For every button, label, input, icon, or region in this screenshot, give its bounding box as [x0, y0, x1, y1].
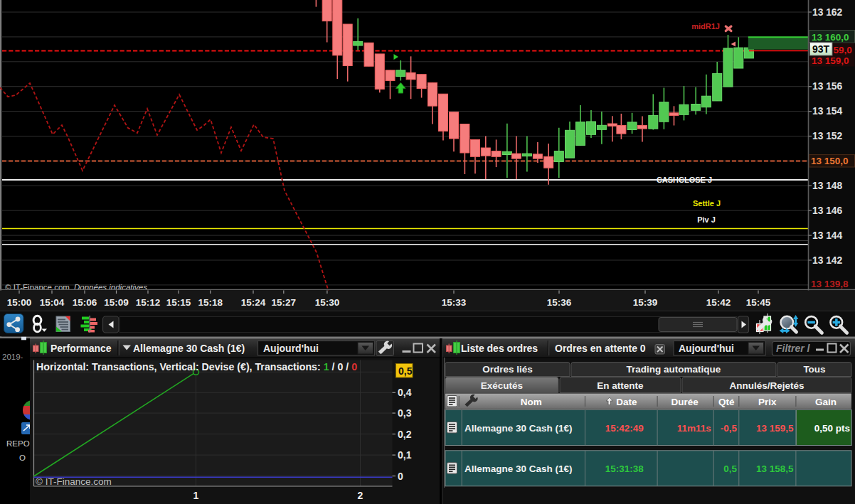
svg-text:Tous: Tous — [803, 364, 825, 375]
svg-text:En attente: En attente — [597, 380, 644, 391]
svg-text:13 154: 13 154 — [812, 106, 843, 117]
svg-text:15:27: 15:27 — [272, 297, 297, 308]
svg-text:Date: Date — [616, 397, 637, 407]
svg-text:15:39: 15:39 — [633, 297, 658, 308]
svg-text:11m11s: 11m11s — [677, 423, 711, 434]
svg-text:Ordres en attente 0: Ordres en attente 0 — [555, 343, 646, 354]
svg-text:O: O — [19, 454, 26, 462]
svg-text:15:18: 15:18 — [198, 297, 223, 308]
svg-text:15:30: 15:30 — [315, 297, 340, 308]
svg-text:15:33: 15:33 — [442, 297, 467, 308]
svg-text:CASHCLOSE J: CASHCLOSE J — [657, 176, 712, 184]
svg-text:2019-: 2019- — [2, 353, 23, 361]
svg-text:0,5: 0,5 — [723, 463, 737, 474]
svg-text:0,50 pts: 0,50 pts — [814, 423, 850, 434]
svg-text:13 158,5: 13 158,5 — [756, 463, 794, 474]
svg-text:15:00: 15:00 — [7, 297, 32, 308]
svg-text:Trading automatique: Trading automatique — [627, 364, 721, 375]
svg-text:15:42: 15:42 — [706, 297, 731, 308]
svg-text:15:45: 15:45 — [746, 297, 771, 308]
svg-text:13 144: 13 144 — [812, 230, 843, 241]
svg-text:13 152: 13 152 — [812, 131, 843, 141]
svg-text:15:09: 15:09 — [104, 297, 129, 308]
svg-text:13 159,0: 13 159,0 — [812, 55, 849, 66]
svg-text:13 139,8: 13 139,8 — [811, 279, 849, 289]
svg-text:Allemagne 30 Cash (1€): Allemagne 30 Cash (1€) — [464, 463, 573, 474]
svg-text:15:12: 15:12 — [136, 297, 161, 308]
svg-text:Nom: Nom — [521, 397, 542, 407]
svg-text:13 159,5: 13 159,5 — [756, 423, 794, 434]
svg-text:Exécutés: Exécutés — [481, 380, 523, 391]
svg-text:Ordres liés: Ordres liés — [482, 364, 533, 375]
svg-text:2: 2 — [358, 490, 363, 501]
svg-text:Horizontal: Transactions, Vert: Horizontal: Transactions, Vertical: Devi… — [36, 361, 357, 372]
svg-text:13 162: 13 162 — [812, 7, 843, 18]
svg-text:0,1: 0,1 — [398, 449, 412, 461]
svg-text:Annulés/Rejetés: Annulés/Rejetés — [729, 380, 804, 391]
svg-text:15:04: 15:04 — [40, 297, 65, 308]
svg-text:Prix: Prix — [758, 397, 777, 407]
svg-text:midR1J: midR1J — [691, 22, 720, 31]
svg-text:0,4: 0,4 — [398, 387, 412, 398]
svg-text:59,0: 59,0 — [834, 45, 852, 55]
svg-text:Settle J: Settle J — [693, 199, 721, 208]
svg-text:13 150,0: 13 150,0 — [811, 156, 849, 166]
svg-text:13 146: 13 146 — [812, 205, 843, 216]
svg-text:1: 1 — [193, 490, 199, 501]
svg-text:0: 0 — [398, 471, 403, 482]
svg-text:-0,5: -0,5 — [721, 423, 738, 434]
svg-text:Aujourd'hui: Aujourd'hui — [263, 343, 319, 354]
svg-text:Filtrer l: Filtrer l — [776, 343, 811, 354]
svg-text:Aujourd'hui: Aujourd'hui — [679, 343, 734, 354]
svg-text:13 160,0: 13 160,0 — [812, 32, 849, 43]
svg-text:REPO: REPO — [6, 439, 30, 448]
svg-text:Allemagne 30 Cash (1€): Allemagne 30 Cash (1€) — [133, 343, 245, 354]
svg-text:© IT-Finance.com: © IT-Finance.com — [36, 476, 112, 487]
svg-text:Liste des ordres: Liste des ordres — [461, 343, 538, 354]
svg-text:15:06: 15:06 — [73, 297, 97, 308]
svg-text:15:36: 15:36 — [547, 297, 572, 308]
svg-text:Performance: Performance — [51, 343, 112, 354]
svg-text:0,5: 0,5 — [398, 365, 413, 377]
svg-text:Qté: Qté — [718, 397, 735, 407]
svg-text:13 142: 13 142 — [812, 255, 843, 266]
svg-text:Allemagne 30 Cash (1€): Allemagne 30 Cash (1€) — [464, 423, 573, 434]
svg-text:13 148: 13 148 — [812, 181, 843, 191]
svg-text:0,2: 0,2 — [398, 429, 412, 440]
svg-text:Durée: Durée — [671, 397, 699, 407]
svg-text:13 156: 13 156 — [812, 81, 843, 92]
svg-text:15:31:38: 15:31:38 — [605, 463, 644, 474]
svg-text:Piv J: Piv J — [697, 215, 716, 224]
svg-text:Gain: Gain — [815, 397, 837, 407]
svg-text:0,3: 0,3 — [398, 407, 412, 419]
svg-text:15:15: 15:15 — [166, 297, 191, 308]
svg-text:15:42:49: 15:42:49 — [605, 423, 644, 434]
svg-text:15:24: 15:24 — [241, 297, 266, 308]
svg-text:93T: 93T — [812, 43, 830, 55]
